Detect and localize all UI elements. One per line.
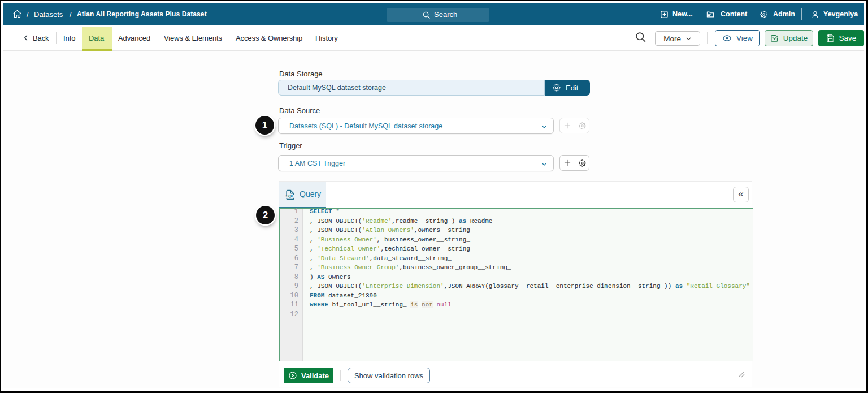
svg-text:SQL: SQL [286,193,294,198]
